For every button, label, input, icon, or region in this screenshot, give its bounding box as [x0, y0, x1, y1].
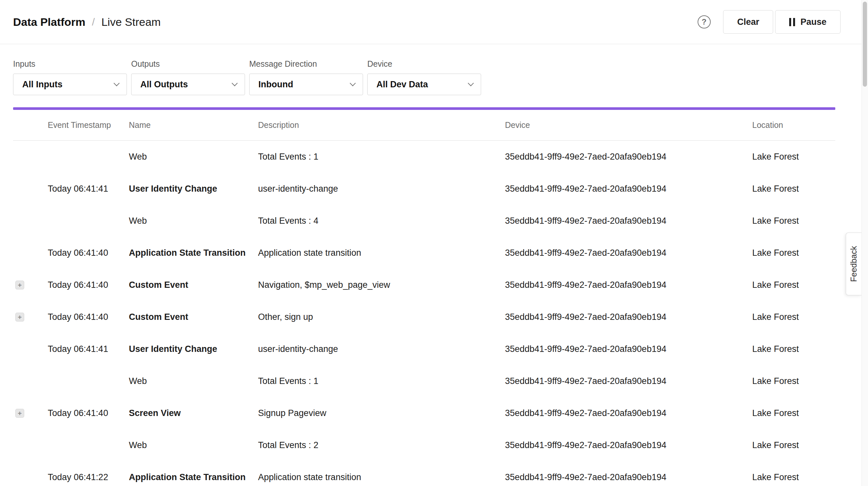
filter-label: Inputs — [13, 59, 127, 69]
clear-button-label: Clear — [737, 17, 760, 27]
pause-button[interactable]: Pause — [775, 10, 840, 34]
event-table: Event Timestamp Name Description Device … — [13, 110, 835, 486]
column-device: Device — [505, 120, 752, 130]
accent-bar — [13, 107, 835, 110]
vertical-scrollbar[interactable] — [862, 0, 868, 486]
expand-row-icon[interactable]: + — [16, 281, 24, 290]
button-group: Clear Pause — [723, 10, 840, 34]
event-location: Lake Forest — [752, 376, 835, 386]
filter-label: Device — [367, 59, 481, 69]
event-timestamp: Today 06:41:40 — [48, 312, 129, 322]
table-row[interactable]: WebTotal Events : 135eddb41-9ff9-49e2-7a… — [13, 141, 835, 173]
event-description: Other, sign up — [258, 312, 505, 322]
pause-button-label: Pause — [800, 17, 827, 27]
table-row[interactable]: Today 06:41:40Application State Transiti… — [13, 237, 835, 269]
table-row[interactable]: WebTotal Events : 135eddb41-9ff9-49e2-7a… — [13, 365, 835, 397]
event-device-id: 35eddb41-9ff9-49e2-7aed-20afa90eb194 — [505, 376, 752, 386]
top-bar: Data Platform / Live Stream ? Clear Paus… — [0, 0, 868, 44]
expand-row-icon[interactable]: + — [16, 313, 24, 322]
message-direction-dropdown[interactable]: Inbound — [249, 73, 363, 95]
filter-device: Device All Dev Data — [367, 59, 481, 95]
filter-label: Message Direction — [249, 59, 363, 69]
device-dropdown[interactable]: All Dev Data — [367, 73, 481, 95]
help-icon[interactable]: ? — [698, 16, 711, 28]
event-description: Application state transition — [258, 472, 505, 482]
clear-button[interactable]: Clear — [723, 10, 773, 34]
filter-label: Outputs — [131, 59, 245, 69]
table-row[interactable]: Today 06:41:41User Identity Changeuser-i… — [13, 333, 835, 365]
top-bar-actions: ? Clear Pause — [698, 10, 840, 34]
event-name: Web — [129, 376, 258, 386]
breadcrumb-parent[interactable]: Data Platform — [13, 16, 85, 28]
event-timestamp: Today 06:41:40 — [48, 408, 129, 418]
event-timestamp: Today 06:41:22 — [48, 472, 129, 482]
table-row[interactable]: +Today 06:41:40Custom EventNavigation, $… — [13, 269, 835, 301]
chevron-down-icon — [114, 80, 119, 86]
page-title: Live Stream — [101, 16, 161, 28]
table-header: Event Timestamp Name Description Device … — [13, 110, 835, 141]
event-name: Web — [129, 152, 258, 162]
filter-message-direction: Message Direction Inbound — [249, 59, 363, 95]
outputs-dropdown[interactable]: All Outputs — [131, 73, 245, 95]
event-device-id: 35eddb41-9ff9-49e2-7aed-20afa90eb194 — [505, 248, 752, 258]
column-event-timestamp: Event Timestamp — [48, 120, 129, 130]
event-description: Signup Pageview — [258, 408, 505, 418]
table-row[interactable]: +Today 06:41:40Custom EventOther, sign u… — [13, 301, 835, 333]
event-description: Total Events : 2 — [258, 440, 505, 450]
event-name: Custom Event — [129, 280, 258, 290]
column-description: Description — [258, 120, 505, 130]
event-timestamp: Today 06:41:40 — [48, 248, 129, 258]
event-name: Web — [129, 440, 258, 450]
event-name: Web — [129, 216, 258, 226]
event-description: Application state transition — [258, 248, 505, 258]
event-table-body: WebTotal Events : 135eddb41-9ff9-49e2-7a… — [13, 141, 835, 486]
expand-cell: + — [13, 313, 48, 322]
expand-row-icon[interactable]: + — [16, 409, 24, 418]
chevron-down-icon — [350, 80, 355, 86]
event-name: User Identity Change — [129, 184, 258, 194]
expand-cell: + — [13, 281, 48, 290]
event-device-id: 35eddb41-9ff9-49e2-7aed-20afa90eb194 — [505, 440, 752, 450]
table-row[interactable]: +Today 06:41:40Screen ViewSignup Pagevie… — [13, 397, 835, 429]
event-name: Screen View — [129, 408, 258, 418]
event-name: User Identity Change — [129, 344, 258, 354]
event-name: Custom Event — [129, 312, 258, 322]
live-stream-page: Data Platform / Live Stream ? Clear Paus… — [0, 0, 868, 486]
message-direction-dropdown-value: Inbound — [258, 80, 293, 90]
event-location: Lake Forest — [752, 440, 835, 450]
table-row[interactable]: Today 06:41:22Application State Transiti… — [13, 461, 835, 486]
event-location: Lake Forest — [752, 472, 835, 482]
outputs-dropdown-value: All Outputs — [140, 80, 188, 90]
event-device-id: 35eddb41-9ff9-49e2-7aed-20afa90eb194 — [505, 152, 752, 162]
table-row[interactable]: WebTotal Events : 435eddb41-9ff9-49e2-7a… — [13, 205, 835, 237]
chevron-down-icon — [468, 80, 473, 86]
breadcrumb: Data Platform / Live Stream — [13, 16, 161, 28]
inputs-dropdown-value: All Inputs — [22, 80, 62, 90]
event-description: Total Events : 1 — [258, 152, 505, 162]
event-description: user-identity-change — [258, 344, 505, 354]
event-device-id: 35eddb41-9ff9-49e2-7aed-20afa90eb194 — [505, 184, 752, 194]
column-location: Location — [752, 120, 835, 130]
event-device-id: 35eddb41-9ff9-49e2-7aed-20afa90eb194 — [505, 280, 752, 290]
event-description: Total Events : 1 — [258, 376, 505, 386]
event-location: Lake Forest — [752, 184, 835, 194]
table-row[interactable]: Today 06:41:41User Identity Changeuser-i… — [13, 173, 835, 205]
event-device-id: 35eddb41-9ff9-49e2-7aed-20afa90eb194 — [505, 312, 752, 322]
feedback-tab[interactable]: Feedback — [846, 233, 862, 295]
event-location: Lake Forest — [752, 408, 835, 418]
event-location: Lake Forest — [752, 280, 835, 290]
event-timestamp: Today 06:41:41 — [48, 344, 129, 354]
event-location: Lake Forest — [752, 216, 835, 226]
table-row[interactable]: WebTotal Events : 235eddb41-9ff9-49e2-7a… — [13, 429, 835, 461]
event-timestamp: Today 06:41:40 — [48, 280, 129, 290]
scrollbar-thumb[interactable] — [863, 2, 867, 87]
column-name: Name — [129, 120, 258, 130]
inputs-dropdown[interactable]: All Inputs — [13, 73, 127, 95]
filter-inputs: Inputs All Inputs — [13, 59, 127, 95]
expand-cell: + — [13, 409, 48, 418]
device-dropdown-value: All Dev Data — [376, 80, 428, 90]
event-location: Lake Forest — [752, 152, 835, 162]
filter-bar: Inputs All Inputs Outputs All Outputs Me… — [0, 44, 868, 95]
event-device-id: 35eddb41-9ff9-49e2-7aed-20afa90eb194 — [505, 344, 752, 354]
pause-icon — [789, 18, 795, 26]
